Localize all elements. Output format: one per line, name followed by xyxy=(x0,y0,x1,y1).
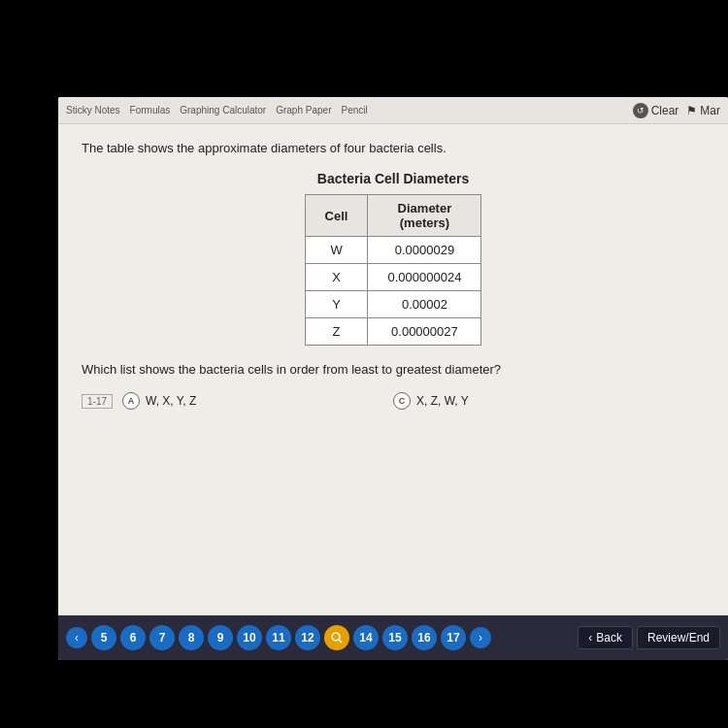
col-diameter-header: Diameter(meters) xyxy=(368,195,481,237)
main-screen: Sticky Notes Formulas Graphing Calculato… xyxy=(58,97,728,660)
table-row: Z 0.00000027 xyxy=(305,318,481,346)
svg-point-0 xyxy=(332,633,340,641)
back-arrow-icon: ‹ xyxy=(588,631,592,645)
search-icon xyxy=(330,631,344,645)
table-row: Y 0.00002 xyxy=(305,291,481,318)
nav-num-12[interactable]: 12 xyxy=(295,625,320,650)
table-header-row: Cell Diameter(meters) xyxy=(305,195,481,237)
prev-arrow[interactable]: ‹ xyxy=(66,627,87,648)
option-a-row[interactable]: 1-17 A W, X, Y, Z xyxy=(82,392,393,410)
mark-flag-icon: ⚑ xyxy=(686,104,697,117)
back-button[interactable]: ‹ Back xyxy=(578,626,633,649)
clear-icon: ↺ xyxy=(633,103,648,118)
toolbar-graph-paper[interactable]: Graph Paper xyxy=(276,105,331,116)
question-text: The table shows the approximate diameter… xyxy=(82,140,705,157)
option-c-circle: C xyxy=(393,392,411,410)
diameter-x: 0.000000024 xyxy=(368,264,481,291)
cell-z: Z xyxy=(305,318,368,346)
review-label: Review/End xyxy=(647,631,710,645)
svg-line-1 xyxy=(339,640,342,643)
col-cell-header: Cell xyxy=(305,195,368,237)
option-c-text: X, Z, W, Y xyxy=(416,394,469,408)
mark-label: Mar xyxy=(700,104,720,117)
nav-num-5[interactable]: 5 xyxy=(91,625,116,650)
toolbar: Sticky Notes Formulas Graphing Calculato… xyxy=(58,97,728,124)
question-badge: 1-17 xyxy=(82,394,113,409)
nav-num-17[interactable]: 17 xyxy=(441,625,466,650)
diameter-y: 0.00002 xyxy=(368,291,481,318)
toolbar-sticky-notes[interactable]: Sticky Notes xyxy=(66,105,120,116)
bottom-nav: ‹ 5 6 7 8 9 10 11 12 14 15 16 17 › ‹ Bac… xyxy=(58,615,728,660)
options-left: 1-17 A W, X, Y, Z xyxy=(82,392,393,410)
review-button[interactable]: Review/End xyxy=(637,626,720,649)
nav-num-16[interactable]: 16 xyxy=(412,625,437,650)
nav-num-6[interactable]: 6 xyxy=(120,625,146,650)
nav-num-10[interactable]: 10 xyxy=(237,625,262,650)
table-title: Bacteria Cell Diameters xyxy=(317,171,469,186)
option-c-row[interactable]: C X, Z, W, Y xyxy=(393,392,705,410)
option-a-text: W, X, Y, Z xyxy=(146,394,196,408)
clear-label: Clear xyxy=(651,104,679,117)
nav-num-9[interactable]: 9 xyxy=(208,625,233,650)
toolbar-graphing-calc[interactable]: Graphing Calculator xyxy=(180,105,266,116)
next-arrow[interactable]: › xyxy=(470,627,491,648)
cell-w: W xyxy=(305,237,368,264)
which-question-text: Which list shows the bacteria cells in o… xyxy=(82,361,705,379)
table-row: W 0.0000029 xyxy=(305,237,481,264)
toolbar-formulas[interactable]: Formulas xyxy=(130,105,171,116)
toolbar-left: Sticky Notes Formulas Graphing Calculato… xyxy=(66,105,629,116)
clear-button[interactable]: ↺ Clear xyxy=(633,103,679,118)
nav-num-8[interactable]: 8 xyxy=(179,625,204,650)
nav-num-13[interactable] xyxy=(324,625,349,650)
diameter-w: 0.0000029 xyxy=(368,237,481,264)
nav-num-14[interactable]: 14 xyxy=(353,625,379,650)
toolbar-right: ↺ Clear ⚑ Mar xyxy=(633,103,720,118)
cell-y: Y xyxy=(305,291,368,318)
toolbar-pencil[interactable]: Pencil xyxy=(341,105,367,116)
option-a-circle: A xyxy=(122,392,140,410)
nav-num-15[interactable]: 15 xyxy=(382,625,408,650)
nav-num-11[interactable]: 11 xyxy=(266,625,291,650)
back-label: Back xyxy=(596,631,622,645)
cell-x: X xyxy=(305,264,368,291)
content-area: The table shows the approximate diameter… xyxy=(58,124,728,425)
mark-button[interactable]: ⚑ Mar xyxy=(686,104,720,117)
options-right: C X, Z, W, Y xyxy=(393,392,705,410)
table-row: X 0.000000024 xyxy=(305,264,481,291)
answer-options: 1-17 A W, X, Y, Z C X, Z, W, Y xyxy=(82,392,705,410)
nav-num-7[interactable]: 7 xyxy=(149,625,175,650)
diameter-z: 0.00000027 xyxy=(368,318,481,346)
table-section: Bacteria Cell Diameters Cell Diameter(me… xyxy=(82,171,705,346)
bacteria-table: Cell Diameter(meters) W 0.0000029 X 0.00… xyxy=(305,194,482,346)
